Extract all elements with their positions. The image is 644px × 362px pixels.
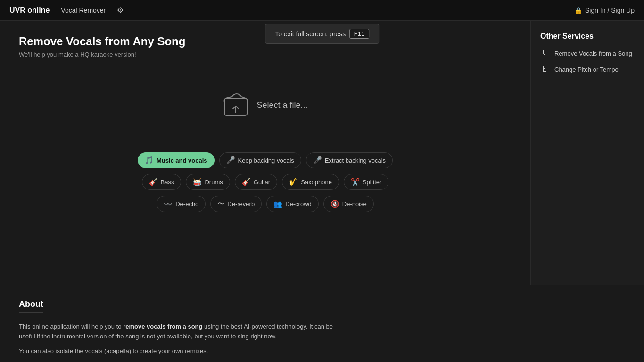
about-title: About — [19, 299, 43, 313]
extract-backing-label: Extract backing vocals — [325, 157, 386, 164]
f11-key: F11 — [349, 29, 369, 39]
mode-de-crowd[interactable]: 👥 De-crowd — [266, 196, 319, 212]
sidebar-item-change-pitch[interactable]: 🎚 Change Pitch or Tempo — [540, 65, 635, 74]
drums-icon: 🥁 — [193, 178, 202, 186]
change-pitch-label: Change Pitch or Tempo — [554, 66, 619, 73]
modes-row-3: 〰️ De-echo 〜 De-reverb 👥 De-crowd 🔇 De-n… — [19, 196, 512, 212]
upload-label: Select a file... — [256, 100, 307, 110]
main-layout: Remove Vocals from Any Song We'll help y… — [0, 21, 644, 285]
settings-icon[interactable]: ⚙ — [117, 6, 124, 15]
saxophone-icon: 🎷 — [289, 178, 298, 186]
saxophone-label: Saxophone — [301, 179, 332, 186]
keep-backing-icon: 🎤 — [226, 156, 235, 165]
de-crowd-label: De-crowd — [285, 200, 312, 207]
fullscreen-banner: To exit full screen, press F11 — [265, 24, 379, 44]
sidebar-right: Other Services 🎙 Remove Vocals from a So… — [531, 21, 644, 285]
sidebar-item-remove-vocals[interactable]: 🎙 Remove Vocals from a Song — [540, 49, 635, 58]
de-reverb-label: De-reverb — [227, 200, 255, 207]
mode-extract-backing[interactable]: 🎤 Extract backing vocals — [306, 152, 393, 168]
mode-music-vocals[interactable]: 🎵 Music and vocals — [138, 152, 215, 168]
de-noise-label: De-noise — [342, 200, 367, 207]
de-crowd-icon: 👥 — [273, 200, 282, 208]
fullscreen-text: To exit full screen, press — [275, 30, 346, 38]
guitar-icon: 🎸 — [242, 178, 251, 186]
lock-icon: 🔒 — [574, 7, 582, 14]
sidebar-title: Other Services — [540, 32, 635, 41]
de-echo-icon: 〰️ — [164, 200, 173, 208]
upload-inner: Select a file... — [223, 92, 307, 118]
about-paragraph-1: This online application will help you to… — [19, 322, 349, 342]
mode-de-reverb[interactable]: 〜 De-reverb — [210, 196, 262, 212]
music-vocals-icon: 🎵 — [145, 156, 154, 165]
splitter-icon: ✂️ — [351, 178, 360, 186]
splitter-label: Splitter — [363, 179, 381, 186]
mode-de-noise[interactable]: 🔇 De-noise — [323, 196, 374, 212]
upload-icon — [223, 92, 249, 118]
extract-backing-icon: 🎤 — [313, 156, 322, 165]
mode-keep-backing[interactable]: 🎤 Keep backing vocals — [219, 152, 301, 168]
guitar-label: Guitar — [254, 179, 270, 186]
bass-label: Bass — [161, 179, 174, 186]
change-pitch-icon: 🎚 — [540, 65, 550, 74]
remove-vocals-label: Remove Vocals from a Song — [554, 50, 632, 57]
header: UVR online Vocal Remover ⚙ 🔒 Sign In / S… — [0, 0, 644, 21]
keep-backing-label: Keep backing vocals — [238, 157, 294, 164]
upload-area[interactable]: Select a file... — [19, 77, 512, 133]
about-paragraph-2: You can also isolate the vocals (acapell… — [19, 346, 349, 356]
about-text: This online application will help you to… — [19, 322, 349, 356]
mode-guitar[interactable]: 🎸 Guitar — [235, 174, 277, 190]
mode-bass[interactable]: 🎸 Bass — [142, 174, 182, 190]
de-reverb-icon: 〜 — [217, 199, 224, 208]
remove-vocals-icon: 🎙 — [540, 49, 550, 58]
mode-splitter[interactable]: ✂️ Splitter — [344, 174, 388, 190]
mode-de-echo[interactable]: 〰️ De-echo — [157, 196, 206, 212]
music-vocals-label: Music and vocals — [157, 157, 207, 164]
page-subtitle: We'll help you make a HQ karaoke version… — [19, 51, 512, 58]
sign-in-button[interactable]: 🔒 Sign In / Sign Up — [574, 7, 635, 14]
sign-in-label: Sign In / Sign Up — [585, 7, 635, 14]
de-echo-label: De-echo — [175, 200, 198, 207]
drums-label: Drums — [205, 179, 223, 186]
de-noise-icon: 🔇 — [330, 200, 339, 208]
about-section: About This online application will help … — [0, 285, 644, 362]
modes-row-2: 🎸 Bass 🥁 Drums 🎸 Guitar 🎷 Saxophone ✂️ S… — [19, 174, 512, 190]
vocal-remover-link[interactable]: Vocal Remover — [61, 7, 106, 14]
center-content: Remove Vocals from Any Song We'll help y… — [0, 21, 531, 285]
mode-saxophone[interactable]: 🎷 Saxophone — [282, 174, 339, 190]
modes-row-1: 🎵 Music and vocals 🎤 Keep backing vocals… — [19, 152, 512, 168]
logo: UVR online — [9, 6, 50, 15]
mode-drums[interactable]: 🥁 Drums — [186, 174, 230, 190]
bass-icon: 🎸 — [149, 178, 158, 186]
